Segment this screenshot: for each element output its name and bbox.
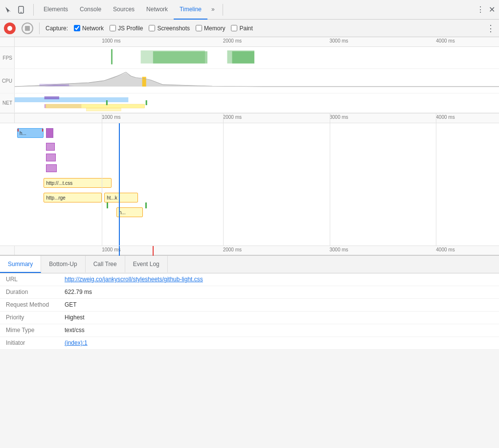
bar-marker-right bbox=[42, 129, 44, 132]
vline-4 bbox=[436, 113, 436, 123]
vline-2 bbox=[223, 113, 224, 123]
memory-checkbox[interactable] bbox=[196, 25, 202, 31]
tab-sources[interactable]: Sources bbox=[107, 0, 140, 20]
detail-row-priority: Priority Highest bbox=[0, 312, 499, 324]
nav-separator bbox=[33, 4, 34, 16]
waterfall-ruler: 1000 ms 2000 ms 3000 ms 4000 ms bbox=[0, 113, 499, 123]
net-label: NET bbox=[0, 93, 15, 112]
cpu-content bbox=[15, 69, 499, 89]
cursor-icon[interactable] bbox=[4, 5, 13, 14]
svg-rect-14 bbox=[146, 100, 147, 105]
record-button[interactable] bbox=[4, 22, 16, 34]
tab-summary[interactable]: Summary bbox=[0, 256, 41, 273]
net-content bbox=[15, 93, 499, 113]
waterfall-ruler-spacer bbox=[0, 113, 15, 123]
mime-key: Mime Type bbox=[6, 327, 65, 334]
svg-rect-15 bbox=[86, 108, 121, 111]
fps-chart bbox=[15, 47, 499, 67]
stop-button[interactable] bbox=[22, 22, 33, 34]
tab-network[interactable]: Network bbox=[140, 0, 174, 20]
waterfall-bar-redirect[interactable] bbox=[46, 128, 53, 138]
bar-label-h2: h... bbox=[119, 210, 126, 215]
network-checkbox-label[interactable]: Network bbox=[82, 25, 104, 32]
green-marker-2 bbox=[145, 202, 147, 208]
url-key: URL bbox=[6, 276, 65, 283]
green-marker-1 bbox=[107, 202, 108, 208]
jsprofile-checkbox[interactable] bbox=[110, 25, 116, 31]
bar-label-rge: http...rge bbox=[46, 195, 65, 201]
bar-marker-left bbox=[17, 129, 19, 132]
svg-rect-9 bbox=[15, 97, 128, 102]
nav-close-button[interactable]: ✕ bbox=[489, 5, 495, 14]
record-icon bbox=[7, 26, 12, 31]
waterfall-bar-purple-3[interactable] bbox=[46, 164, 57, 172]
bot-tick-3000ms: 3000 ms bbox=[330, 247, 348, 252]
url-value[interactable]: http://zweig.co/jankyscroll/stylesheets/… bbox=[65, 276, 203, 283]
overview-ruler: 1000 ms 2000 ms 3000 ms 4000 ms bbox=[0, 37, 499, 47]
wfall-vline-2 bbox=[223, 123, 224, 246]
bar-label-html: h... bbox=[20, 131, 26, 136]
screenshots-checkbox[interactable] bbox=[149, 25, 155, 31]
tick-1000ms: 1000 ms bbox=[102, 38, 120, 44]
waterfall-bar-css[interactable]: http://...t.css bbox=[44, 178, 112, 188]
bot-tick-2000ms: 2000 ms bbox=[223, 247, 242, 252]
wfall-vline-4 bbox=[436, 123, 436, 246]
fps-content bbox=[15, 47, 499, 67]
ruler-content: 1000 ms 2000 ms 3000 ms 4000 ms bbox=[15, 37, 499, 47]
tab-event-log[interactable]: Event Log bbox=[125, 256, 168, 273]
nav-separator-2 bbox=[223, 4, 223, 16]
detail-row-mime: Mime Type text/css bbox=[0, 324, 499, 337]
duration-key: Duration bbox=[6, 289, 65, 295]
waterfall-content: h... http://...t.css http...rge ht...k bbox=[0, 123, 499, 246]
waterfall-bar-h2[interactable]: h... bbox=[116, 207, 143, 217]
initiator-value[interactable]: (index):1 bbox=[65, 339, 88, 346]
tab-more[interactable]: » bbox=[207, 0, 219, 20]
tab-elements[interactable]: Elements bbox=[38, 0, 74, 20]
cpu-chart bbox=[15, 69, 499, 89]
waterfall-bar-k[interactable]: ht...k bbox=[104, 193, 138, 202]
more-tools-icon[interactable]: ⋮ bbox=[486, 23, 495, 34]
net-row: NET bbox=[0, 93, 499, 113]
wfall-tick-4000ms: 4000 ms bbox=[436, 114, 454, 120]
duration-value: 622.79 ms bbox=[65, 289, 92, 295]
svg-rect-2 bbox=[111, 49, 113, 64]
waterfall-bar-html[interactable]: h... bbox=[17, 128, 44, 138]
nav-more-dots[interactable]: ⋮ bbox=[476, 5, 485, 14]
initiator-key: Initiator bbox=[6, 339, 65, 346]
bottom-tabs: Summary Bottom-Up Call Tree Event Log bbox=[0, 256, 499, 273]
waterfall-ruler-content: 1000 ms 2000 ms 3000 ms 4000 ms bbox=[15, 113, 499, 123]
tab-console[interactable]: Console bbox=[74, 0, 107, 20]
bottom-cursor-red bbox=[153, 246, 154, 256]
fps-label: FPS bbox=[0, 47, 15, 68]
nav-right: ⋮ ✕ bbox=[476, 5, 495, 14]
cpu-label: CPU bbox=[0, 69, 15, 93]
tab-timeline[interactable]: Timeline bbox=[174, 0, 207, 20]
mobile-icon[interactable] bbox=[17, 5, 25, 14]
paint-checkbox[interactable] bbox=[231, 25, 237, 31]
bottom-ruler: 1000 ms 2000 ms 3000 ms 4000 ms bbox=[0, 246, 499, 255]
bot-tick-1000ms: 1000 ms bbox=[102, 247, 120, 252]
vline-3 bbox=[330, 113, 330, 123]
waterfall-cursor-blue bbox=[119, 123, 120, 246]
wfall-vline-1 bbox=[102, 123, 102, 246]
waterfall-bar-purple-1[interactable] bbox=[46, 143, 55, 151]
waterfall-bar-rge[interactable]: http...rge bbox=[44, 193, 102, 202]
devtools-navbar: Elements Console Sources Network Timelin… bbox=[0, 0, 499, 20]
wfall-tick-2000ms: 2000 ms bbox=[223, 114, 242, 120]
capture-separator bbox=[39, 22, 40, 34]
svg-rect-12 bbox=[46, 104, 145, 108]
waterfall-bar-purple-2[interactable] bbox=[46, 154, 56, 161]
memory-checkbox-label[interactable]: Memory bbox=[204, 25, 225, 32]
screenshots-checkbox-label[interactable]: Screenshots bbox=[157, 25, 190, 32]
paint-checkbox-label[interactable]: Paint bbox=[239, 25, 252, 32]
wfall-tick-3000ms: 3000 ms bbox=[330, 114, 348, 120]
screenshots-checkbox-group: Screenshots bbox=[149, 25, 190, 32]
capture-label: Capture: bbox=[45, 25, 68, 32]
jsprofile-checkbox-label[interactable]: JS Profile bbox=[118, 25, 143, 32]
tick-2000ms: 2000 ms bbox=[223, 38, 242, 44]
tab-bottom-up[interactable]: Bottom-Up bbox=[41, 256, 85, 273]
svg-rect-13 bbox=[106, 100, 108, 105]
tab-call-tree[interactable]: Call Tree bbox=[86, 256, 125, 273]
nav-tabs: Elements Console Sources Network Timelin… bbox=[38, 0, 219, 20]
network-checkbox[interactable] bbox=[74, 25, 80, 31]
